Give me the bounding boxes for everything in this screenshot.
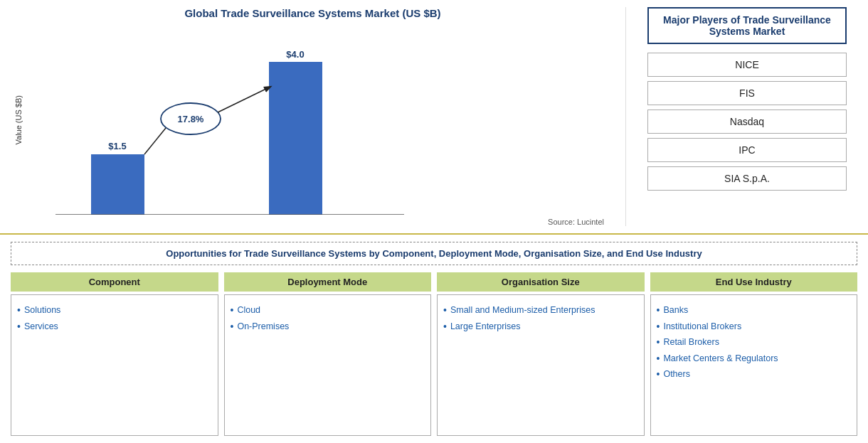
player-fis: FIS [647, 81, 847, 105]
bottom-section: Opportunities for Trade Surveillance Sys… [0, 235, 868, 443]
bar-2030-label: $4.0 [286, 51, 304, 60]
end-use-item-2: •Retail Brokers [657, 334, 852, 351]
end-use-item-0: •Banks [657, 302, 852, 319]
bar-2024 [91, 154, 144, 215]
bullet: • [17, 302, 21, 318]
bullet: • [657, 366, 660, 382]
component-body: •Solutions •Services [11, 294, 218, 436]
categories-row: Component •Solutions •Services Deploymen… [11, 272, 857, 436]
deployment-item-1: •On-Premises [231, 319, 425, 335]
org-size-header: Organisation Size [437, 272, 645, 292]
bullet: • [231, 319, 234, 334]
annotation-arrow [218, 87, 270, 112]
deployment-body: •Cloud •On-Premises [224, 294, 432, 436]
chart-title: Global Trade Surveillance Systems Market… [184, 7, 440, 19]
deployment-header: Deployment Mode [224, 272, 432, 292]
bullet: • [443, 319, 447, 334]
end-use-col: End Use Industry •Banks •Institutional B… [650, 272, 858, 436]
chart-svg: $1.5 $4.0 2024 2030 17.8% [27, 51, 611, 215]
component-item-0: •Solutions [17, 302, 212, 319]
org-size-body: •Small and Medium-sized Enterprises •Lar… [437, 294, 645, 436]
source-text: Source: Lucintel [14, 218, 611, 226]
player-ipc: IPC [647, 138, 847, 162]
component-col: Component •Solutions •Services [11, 272, 218, 436]
end-use-item-3: •Market Centers & Regulators [657, 351, 852, 367]
org-size-item-1: •Large Enterprises [443, 319, 638, 335]
org-size-col: Organisation Size •Small and Medium-size… [437, 272, 645, 436]
player-sia: SIA S.p.A. [647, 166, 847, 191]
bullet: • [657, 319, 660, 334]
y-axis-label: Value (US $B) [14, 95, 23, 145]
bar-2030 [269, 62, 322, 215]
bullet: • [17, 319, 21, 334]
end-use-item-4: •Others [657, 366, 852, 383]
bullet: • [657, 302, 660, 318]
end-use-body: •Banks •Institutional Brokers •Retail Br… [650, 294, 858, 436]
component-item-1: •Services [17, 319, 212, 335]
bullet: • [657, 334, 660, 350]
player-nasdaq: Nasdaq [647, 110, 847, 134]
player-nice: NICE [647, 53, 847, 77]
component-header: Component [11, 272, 218, 292]
deployment-col: Deployment Mode •Cloud •On-Premises [224, 272, 432, 436]
bullet: • [657, 351, 660, 366]
top-section: Global Trade Surveillance Systems Market… [0, 0, 868, 235]
annotation-label: 17.8% [178, 114, 204, 124]
bullet: • [231, 302, 234, 318]
org-size-item-0: •Small and Medium-sized Enterprises [443, 302, 638, 319]
players-title: Major Players of Trade Surveillance Syst… [647, 7, 847, 44]
bar-2024-label: $1.5 [108, 141, 126, 151]
end-use-header: End Use Industry [650, 272, 858, 292]
players-section: Major Players of Trade Surveillance Syst… [626, 0, 868, 233]
annotation-arrow2 [144, 128, 166, 154]
deployment-item-0: •Cloud [231, 302, 425, 319]
main-container: Global Trade Surveillance Systems Market… [0, 0, 868, 443]
annotation-ellipse [161, 103, 221, 134]
bottom-title: Opportunities for Trade Surveillance Sys… [11, 242, 857, 265]
bullet: • [443, 302, 447, 318]
chart-section: Global Trade Surveillance Systems Market… [0, 0, 625, 233]
end-use-item-1: •Institutional Brokers [657, 319, 852, 335]
